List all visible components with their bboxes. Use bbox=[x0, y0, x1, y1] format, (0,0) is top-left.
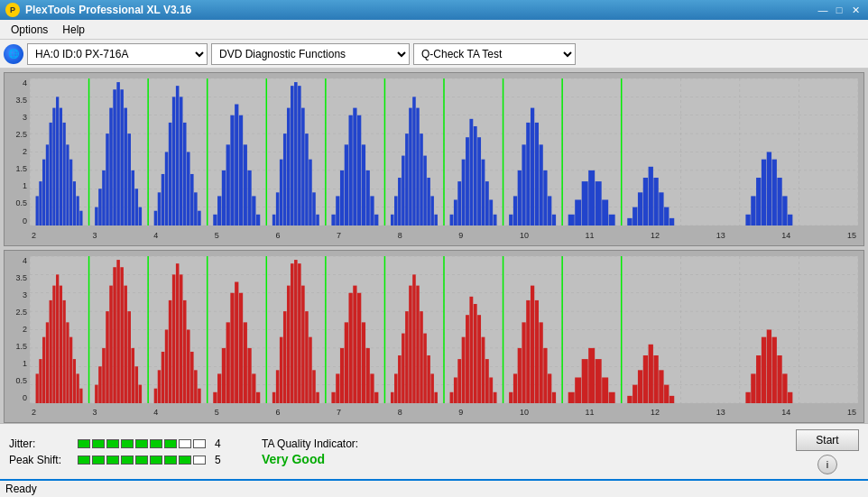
metrics-bar: Jitter: 4 Peak Shift: bbox=[0, 423, 868, 479]
x-label: 10 bbox=[520, 408, 529, 417]
x-label: 4 bbox=[153, 231, 158, 240]
x-label: 7 bbox=[337, 231, 341, 240]
x-label: 12 bbox=[651, 408, 660, 417]
x-label: 11 bbox=[585, 408, 594, 417]
meter-seg bbox=[135, 456, 148, 465]
ta-quality-value: Very Good bbox=[262, 452, 325, 466]
jitter-meter bbox=[78, 439, 206, 448]
y-label: 0 bbox=[23, 216, 27, 225]
test-select[interactable]: Q-Check TA Test bbox=[413, 43, 576, 65]
x-label: 11 bbox=[585, 231, 594, 240]
meter-seg bbox=[164, 439, 177, 448]
top-chart-canvas bbox=[30, 78, 858, 225]
meter-seg bbox=[106, 456, 119, 465]
window-controls: — □ ✕ bbox=[816, 3, 863, 17]
y-label: 1 bbox=[23, 181, 27, 190]
y-label: 1 bbox=[23, 359, 27, 368]
x-label: 12 bbox=[651, 231, 660, 240]
meter-seg bbox=[150, 456, 162, 465]
x-label: 8 bbox=[398, 231, 402, 240]
y-label: 1.5 bbox=[15, 342, 27, 351]
y-label: 4 bbox=[23, 78, 27, 87]
menu-options[interactable]: Options bbox=[4, 22, 55, 38]
meter-seg bbox=[121, 439, 134, 448]
app-icon: P bbox=[5, 3, 20, 17]
minimize-button[interactable]: — bbox=[816, 3, 830, 17]
y-label: 2.5 bbox=[15, 308, 27, 317]
x-label: 3 bbox=[93, 231, 97, 240]
ta-quality-label: TA Quality Indicator: bbox=[262, 437, 358, 450]
meter-seg bbox=[92, 439, 105, 448]
menu-help[interactable]: Help bbox=[55, 22, 92, 38]
x-label: 5 bbox=[215, 408, 219, 417]
y-label: 2.5 bbox=[15, 130, 27, 139]
meter-seg bbox=[193, 456, 206, 465]
y-label: 0.5 bbox=[15, 376, 27, 385]
meter-seg bbox=[179, 439, 191, 448]
toolbar: 🌐 HA:0 ID:0 PX-716A DVD Diagnostic Funct… bbox=[0, 40, 868, 69]
meter-seg bbox=[193, 439, 206, 448]
jitter-label: Jitter: bbox=[9, 437, 72, 450]
x-label: 9 bbox=[458, 408, 463, 417]
status-bar: Ready bbox=[0, 479, 868, 497]
peak-shift-label: Peak Shift: bbox=[9, 454, 72, 466]
peak-shift-value: 5 bbox=[215, 454, 221, 466]
meter-seg bbox=[78, 456, 90, 465]
maximize-button[interactable]: □ bbox=[832, 3, 846, 17]
y-label: 3 bbox=[23, 113, 27, 122]
y-label: 4 bbox=[23, 256, 27, 265]
x-label: 15 bbox=[847, 408, 856, 417]
peak-shift-row: Peak Shift: 5 bbox=[9, 454, 226, 466]
metrics-left: Jitter: 4 Peak Shift: bbox=[9, 437, 226, 466]
meter-seg bbox=[135, 439, 148, 448]
x-label: 2 bbox=[32, 231, 36, 240]
x-label: 13 bbox=[716, 408, 725, 417]
y-label: 2 bbox=[23, 147, 27, 156]
x-label: 3 bbox=[93, 408, 97, 417]
bottom-right-controls: Start i bbox=[796, 429, 859, 474]
y-label: 3.5 bbox=[15, 273, 27, 282]
drive-select[interactable]: HA:0 ID:0 PX-716A bbox=[27, 43, 208, 65]
x-label: 5 bbox=[215, 231, 219, 240]
jitter-row: Jitter: 4 bbox=[9, 437, 226, 450]
y-label: 0.5 bbox=[15, 198, 27, 207]
x-label: 15 bbox=[847, 231, 856, 240]
window-title: PlexTools Professional XL V3.16 bbox=[25, 4, 191, 16]
ta-quality: TA Quality Indicator: Very Good bbox=[262, 437, 358, 466]
y-label: 3.5 bbox=[15, 96, 27, 105]
close-button[interactable]: ✕ bbox=[848, 3, 863, 17]
meter-seg bbox=[164, 456, 177, 465]
y-label: 3 bbox=[23, 290, 27, 299]
meter-seg bbox=[106, 439, 119, 448]
x-label: 2 bbox=[32, 408, 36, 417]
x-label: 9 bbox=[458, 231, 463, 240]
peak-shift-meter bbox=[78, 456, 206, 465]
menu-bar: Options Help bbox=[0, 20, 868, 40]
start-button[interactable]: Start bbox=[796, 429, 859, 451]
meter-seg bbox=[78, 439, 90, 448]
x-label: 4 bbox=[153, 408, 158, 417]
bottom-chart: 4 3.5 3 2.5 2 1.5 1 0.5 0 2 3 4 5 6 7 8 … bbox=[4, 250, 864, 424]
meter-seg bbox=[121, 456, 134, 465]
x-label: 6 bbox=[275, 408, 280, 417]
x-label: 14 bbox=[781, 231, 790, 240]
jitter-value: 4 bbox=[215, 437, 221, 450]
bottom-chart-canvas bbox=[30, 256, 858, 403]
y-label: 2 bbox=[23, 325, 27, 334]
status-text: Ready bbox=[5, 483, 37, 495]
info-button[interactable]: i bbox=[817, 455, 837, 474]
meter-seg bbox=[92, 456, 105, 465]
x-label: 13 bbox=[716, 231, 725, 240]
x-label: 6 bbox=[275, 231, 280, 240]
globe-icon: 🌐 bbox=[4, 44, 23, 64]
meter-seg bbox=[179, 456, 191, 465]
y-label: 0 bbox=[23, 393, 27, 402]
title-bar: P PlexTools Professional XL V3.16 — □ ✕ bbox=[0, 0, 868, 20]
x-label: 14 bbox=[781, 408, 790, 417]
x-label: 8 bbox=[398, 408, 402, 417]
function-select[interactable]: DVD Diagnostic Functions bbox=[211, 43, 410, 65]
y-label: 1.5 bbox=[15, 164, 27, 173]
x-label: 7 bbox=[337, 408, 341, 417]
top-chart: 4 3.5 3 2.5 2 1.5 1 0.5 0 2 3 4 5 6 7 8 bbox=[4, 72, 864, 246]
x-label: 10 bbox=[520, 231, 529, 240]
